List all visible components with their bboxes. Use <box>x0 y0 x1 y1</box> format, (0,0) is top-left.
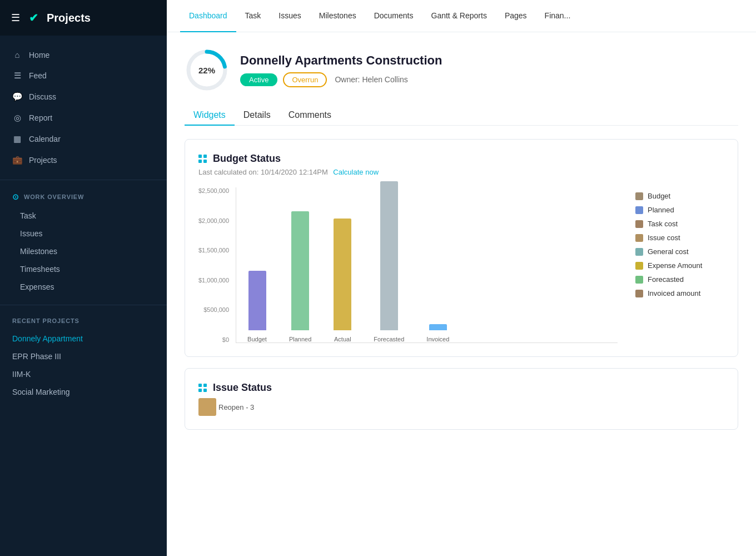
recent-project-iimk[interactable]: IIM-K <box>0 365 167 383</box>
bar-label-forecasted: Forecasted <box>374 336 404 342</box>
y-label-2500: $2,500,000 <box>198 187 229 194</box>
chart-inner: $2,500,000 $2,000,000 $1,500,000 $1,000,… <box>198 187 618 343</box>
bar-chart: $2,500,000 $2,000,000 $1,500,000 $1,000,… <box>198 187 618 343</box>
report-icon: ◎ <box>12 113 22 123</box>
bar-forecasted <box>380 181 398 330</box>
nav-milestones[interactable]: Milestones <box>310 0 365 32</box>
sidebar-item-milestones[interactable]: Milestones <box>0 242 167 260</box>
sidebar-item-label: Projects <box>29 156 57 165</box>
legend-dot-budget <box>635 192 643 200</box>
projects-icon: 💼 <box>12 155 22 165</box>
sidebar-item-projects[interactable]: 💼 Projects <box>0 150 167 171</box>
budget-widget-title: Budget Status <box>213 153 281 165</box>
bar-budget <box>248 271 266 330</box>
project-info: Donnelly Apartments Construction Active … <box>240 53 442 87</box>
nav-gantt[interactable]: Gantt & Reports <box>422 0 496 32</box>
content-area: 22% Donnelly Apartments Construction Act… <box>167 32 756 556</box>
chart-legend: Budget Planned Task cost Issue cost <box>635 187 724 297</box>
sidebar-item-issues[interactable]: Issues <box>0 225 167 242</box>
sidebar-item-discuss[interactable]: 💬 Discuss <box>0 86 167 107</box>
hamburger-icon[interactable]: ☰ <box>11 12 20 24</box>
bars-wrapper: Budget Planned Actual <box>236 187 618 343</box>
nav-pages[interactable]: Pages <box>496 0 536 32</box>
tab-details[interactable]: Details <box>235 106 280 126</box>
legend-dot-task-cost <box>635 220 643 228</box>
legend-label-issue-cost: Issue cost <box>648 234 680 242</box>
recent-projects-header: RECENT PROJECTS <box>0 314 167 330</box>
y-label-500: $500,000 <box>203 306 229 313</box>
sidebar-item-feed[interactable]: ☰ Feed <box>0 65 167 86</box>
bar-group-invoiced: Invoiced <box>426 324 449 342</box>
page-tabs: Widgets Details Comments <box>185 106 738 126</box>
recent-project-epr[interactable]: EPR Phase III <box>0 348 167 365</box>
sidebar-item-label: Home <box>29 51 49 59</box>
budget-chart-area: $2,500,000 $2,000,000 $1,500,000 $1,000,… <box>198 187 724 343</box>
sidebar: ☰ ✔ Projects ⌂ Home ☰ Feed 💬 Discuss ◎ R… <box>0 0 167 556</box>
bar-actual <box>334 219 351 330</box>
sidebar-item-calendar[interactable]: ▦ Calendar <box>0 128 167 150</box>
legend-dot-planned <box>635 206 643 214</box>
y-label-1500: $1,500,000 <box>198 247 229 254</box>
nav-documents[interactable]: Documents <box>365 0 422 32</box>
discuss-icon: 💬 <box>12 92 22 102</box>
sidebar-item-report[interactable]: ◎ Report <box>0 107 167 128</box>
reopen-bar <box>198 398 216 416</box>
bar-group-budget: Budget <box>247 271 267 342</box>
issue-reopen-chip: Reopen - 3 <box>198 398 254 416</box>
recent-projects-section: RECENT PROJECTS Donnely Appartment EPR P… <box>0 305 167 410</box>
top-nav: Dashboard Task Issues Milestones Documen… <box>167 0 756 32</box>
logo-icon: ✔ <box>29 11 38 24</box>
y-axis: $2,500,000 $2,000,000 $1,500,000 $1,000,… <box>198 187 229 343</box>
sidebar-item-timesheets[interactable]: Timesheets <box>0 260 167 278</box>
tab-comments[interactable]: Comments <box>280 106 340 126</box>
legend-dot-invoiced-amount <box>635 290 643 297</box>
bar-invoiced <box>429 324 447 330</box>
sidebar-item-label: Feed <box>29 71 47 80</box>
bar-group-planned: Planned <box>289 211 311 342</box>
budget-widget: Budget Status Last calculated on: 10/14/… <box>185 139 738 357</box>
nav-task[interactable]: Task <box>236 0 270 32</box>
legend-task-cost: Task cost <box>635 220 724 228</box>
tab-widgets[interactable]: Widgets <box>185 106 235 126</box>
legend-label-general-cost: General cost <box>648 247 689 256</box>
home-icon: ⌂ <box>12 50 22 59</box>
work-overview-icon: ⊙ <box>12 192 19 201</box>
legend-invoiced-amount: Invoiced amount <box>635 289 724 297</box>
bar-planned <box>291 211 309 330</box>
feed-icon: ☰ <box>12 71 22 81</box>
project-title: Donnelly Apartments Construction <box>240 53 442 68</box>
sidebar-item-expenses[interactable]: Expenses <box>0 278 167 296</box>
sidebar-item-label: Report <box>29 113 52 122</box>
legend-dot-forecasted <box>635 276 643 284</box>
recent-project-donnely[interactable]: Donnely Appartment <box>0 330 167 348</box>
bar-label-invoiced: Invoiced <box>426 336 449 342</box>
recent-project-social[interactable]: Social Marketing <box>0 383 167 401</box>
legend-label-expense-amount: Expense Amount <box>648 261 702 270</box>
sidebar-item-label: Discuss <box>29 92 56 101</box>
calculate-now-link[interactable]: Calculate now <box>333 168 379 176</box>
legend-issue-cost: Issue cost <box>635 234 724 242</box>
legend-label-planned: Planned <box>648 206 674 214</box>
nav-issues[interactable]: Issues <box>270 0 310 32</box>
bar-label-budget: Budget <box>247 336 267 342</box>
y-label-2000: $2,000,000 <box>198 217 229 224</box>
work-overview-header: ⊙ WORK OVERVIEW <box>0 189 167 207</box>
legend-dot-general-cost <box>635 248 643 256</box>
widget-grid-icon <box>198 155 207 163</box>
sidebar-item-task[interactable]: Task <box>0 207 167 225</box>
legend-label-task-cost: Task cost <box>648 220 678 228</box>
issue-widget: Issue Status Reopen - 3 <box>185 368 738 430</box>
legend-budget: Budget <box>635 192 724 200</box>
sidebar-item-home[interactable]: ⌂ Home <box>0 44 167 65</box>
nav-dashboard[interactable]: Dashboard <box>180 0 236 32</box>
progress-label: 22% <box>198 66 215 75</box>
nav-finance[interactable]: Finan... <box>536 0 580 32</box>
legend-label-budget: Budget <box>648 192 670 200</box>
status-overrun-badge: Overrun <box>283 72 327 87</box>
main-content: Dashboard Task Issues Milestones Documen… <box>167 0 756 556</box>
work-overview-section: ⊙ WORK OVERVIEW Task Issues Milestones T… <box>0 180 167 305</box>
legend-general-cost: General cost <box>635 247 724 256</box>
project-header: 22% Donnelly Apartments Construction Act… <box>185 48 738 92</box>
legend-label-invoiced-amount: Invoiced amount <box>648 289 700 297</box>
legend-forecasted: Forecasted <box>635 275 724 284</box>
